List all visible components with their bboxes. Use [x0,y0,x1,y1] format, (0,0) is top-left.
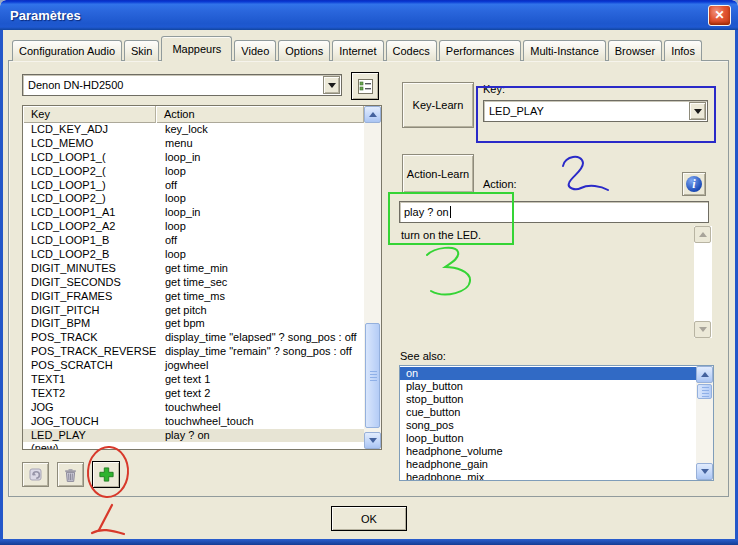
trash-icon [63,467,78,483]
row-key: POS_TRACK_REVERSE [23,345,156,359]
key-mapping-rows: LCD_KEY_ADJ key_lock LCD_MEMO menu LCD_L… [23,123,364,449]
table-row[interactable]: DIGIT_SECONDS get time_sec [23,276,364,290]
restore-icon [28,467,44,483]
description-scrollbar [694,226,712,338]
table-row[interactable]: LCD_LOOP1_A1 loop_in [23,206,364,220]
table-row[interactable]: POS_TRACK display_time "elapsed" ? song_… [23,331,364,345]
table-row[interactable]: POS_SCRATCH jogwheel [23,359,364,373]
tab-internet[interactable]: Internet [332,40,383,61]
table-row[interactable]: DIGIT_MINUTES get time_min [23,262,364,276]
table-row[interactable]: TEXT1 get text 1 [23,373,364,387]
list-item[interactable]: headphone_gain [400,458,696,471]
row-key: JOG_TOUCH [23,415,156,429]
row-action: get text 1 [156,373,364,387]
tab-multi-instance[interactable]: Multi-Instance [523,40,605,61]
key-label: Key: [483,83,505,95]
add-mapping-button[interactable] [92,461,120,488]
table-row[interactable]: LCD_LOOP1_( loop_in [23,151,364,165]
close-button[interactable]: ✕ [708,5,731,26]
list-scrollbar[interactable] [364,106,381,449]
action-input[interactable]: play ? on [399,201,709,223]
mapper-options-button[interactable] [351,72,379,100]
mapper-device-select[interactable]: Denon DN-HD2500 [22,74,342,96]
mapper-device-value: Denon DN-HD2500 [23,75,322,95]
row-action: loop [156,165,364,179]
table-row[interactable]: LCD_LOOP2_) loop [23,192,364,206]
chevron-down-icon[interactable] [323,76,340,94]
row-key: LCD_LOOP2_) [23,192,156,206]
ok-button[interactable]: OK [331,506,407,531]
table-row[interactable]: LCD_LOOP1_B off [23,234,364,248]
table-row[interactable]: LCD_LOOP2_B loop [23,248,364,262]
key-select-value: LED_PLAY [484,101,688,121]
list-item[interactable]: stop_button [400,393,696,406]
see-also-items: onplay_buttonstop_buttoncue_buttonsong_p… [400,366,696,480]
list-item[interactable]: headphone_volume [400,445,696,458]
row-key: DIGIT_MINUTES [23,262,156,276]
action-input-value: play ? on [404,206,449,218]
table-row[interactable]: LCD_LOOP1_) off [23,179,364,193]
scroll-up-icon[interactable] [696,366,713,383]
scrollbar-thumb[interactable] [365,323,380,428]
row-key: DIGIT_BPM [23,317,156,331]
table-row[interactable]: (new) [23,442,364,449]
restore-default-button[interactable] [22,462,49,487]
tab-skin[interactable]: Skin [124,40,159,61]
table-row[interactable]: LCD_MEMO menu [23,137,364,151]
table-row[interactable]: LCD_LOOP2_A2 loop [23,220,364,234]
row-action: loop_in [156,206,364,220]
row-key: POS_TRACK [23,331,156,345]
see-also-label: See also: [400,350,446,362]
title-bar[interactable]: Paramètres ✕ [0,0,738,30]
tab-strip: Configuration AudioSkinMappeursVideoOpti… [12,36,704,61]
scroll-down-icon[interactable] [696,463,713,480]
column-header-action[interactable]: Action [156,106,364,123]
delete-mapping-button[interactable] [57,462,84,487]
tab-video[interactable]: Video [234,40,276,61]
row-action: get time_ms [156,290,364,304]
table-row[interactable]: LED_PLAY play ? on [23,429,364,443]
row-action: touchwheel [156,401,364,415]
tab-options[interactable]: Options [278,40,330,61]
tab-browser[interactable]: Browser [608,40,662,61]
tab-infos[interactable]: Infos [664,40,702,61]
row-action: get pitch [156,304,364,318]
table-row[interactable]: TEXT2 get text 2 [23,387,364,401]
tab-performances[interactable]: Performances [439,40,521,61]
action-label: Action: [483,178,517,190]
action-help-button[interactable]: i [682,172,706,196]
list-item[interactable]: song_pos [400,419,696,432]
table-row[interactable]: JOG touchwheel [23,401,364,415]
table-row[interactable]: POS_TRACK_REVERSE display_time "remain" … [23,345,364,359]
chevron-down-icon[interactable] [689,102,706,120]
table-row[interactable]: LCD_KEY_ADJ key_lock [23,123,364,137]
see-also-scrollbar[interactable] [696,366,713,480]
scroll-down-icon[interactable] [364,432,381,449]
table-row[interactable]: DIGIT_PITCH get pitch [23,304,364,318]
tab-codecs[interactable]: Codecs [386,40,437,61]
row-key: LCD_LOOP2_A2 [23,220,156,234]
tab-mappeurs[interactable]: Mappeurs [161,36,232,61]
key-select[interactable]: LED_PLAY [483,100,708,122]
annotation-number-1 [92,505,124,534]
list-item[interactable]: headphone_mix [400,471,696,480]
row-action: touchwheel_touch [156,415,364,429]
table-row[interactable]: DIGIT_BPM get bpm [23,317,364,331]
row-action: play ? on [156,429,364,443]
list-item[interactable]: play_button [400,380,696,393]
scroll-up-icon[interactable] [364,106,381,123]
row-action: off [156,234,364,248]
list-item[interactable]: loop_button [400,432,696,445]
key-learn-button[interactable]: Key-Learn [402,82,474,128]
list-item[interactable]: on [400,367,696,380]
table-row[interactable]: DIGIT_FRAMES get time_ms [23,290,364,304]
table-row[interactable]: JOG_TOUCH touchwheel_touch [23,415,364,429]
key-mapping-list: Key Action LCD_KEY_ADJ key_lock LCD_MEMO… [22,105,382,450]
scrollbar-thumb[interactable] [697,384,712,399]
list-item[interactable]: cue_button [400,406,696,419]
table-row[interactable]: LCD_LOOP2_( loop [23,165,364,179]
tab-configuration-audio[interactable]: Configuration Audio [12,40,122,61]
row-key: TEXT1 [23,373,156,387]
column-header-key[interactable]: Key [23,106,156,123]
action-learn-button[interactable]: Action-Learn [402,154,474,193]
